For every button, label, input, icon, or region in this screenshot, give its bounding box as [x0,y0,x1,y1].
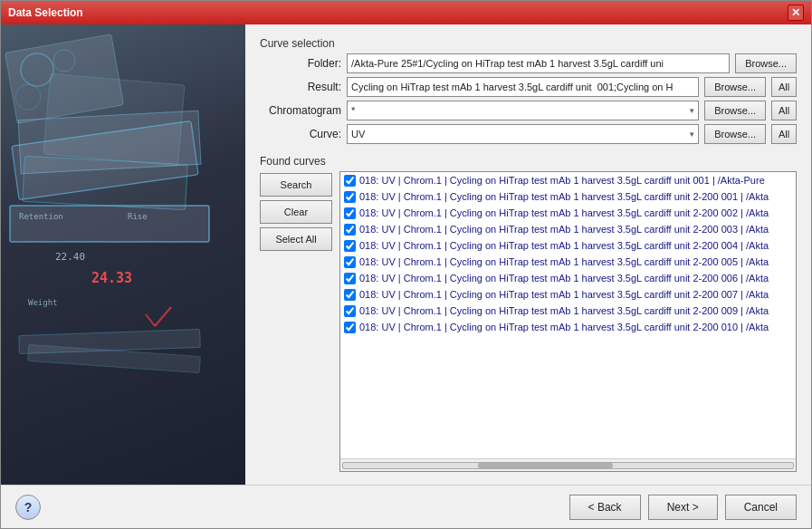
list-item[interactable]: 018: UV | Chrom.1 | Cycling on HiTrap te… [340,172,796,188]
dialog: Data Selection ✕ [0,0,812,529]
cancel-button[interactable]: Cancel [725,495,797,520]
dialog-footer: ? < Back Next > Cancel [1,485,811,528]
list-item[interactable]: 018: UV | Chrom.1 | Cycling on HiTrap te… [340,205,796,221]
found-curves-section: Found curves Search Clear Select All 018… [260,155,797,472]
curve-select[interactable]: UV [347,124,699,144]
svg-point-2 [15,84,41,110]
lab-svg: Retention Rise 22.40 24.33 Weight [1,24,245,378]
curve-item-text: 018: UV | Chrom.1 | Cycling on HiTrap te… [359,207,769,218]
svg-text:22.40: 22.40 [55,251,85,263]
curve-item-text: 018: UV | Chrom.1 | Cycling on HiTrap te… [359,322,769,332]
svg-line-11 [146,314,155,326]
help-button[interactable]: ? [15,495,41,520]
curve-selection-section: Curve selection Folder: Browse... Result… [260,37,797,148]
curves-list-container: 018: UV | Chrom.1 | Cycling on HiTrap te… [339,171,797,472]
curve-browse-button[interactable]: Browse... [704,124,766,144]
title-bar: Data Selection ✕ [1,1,811,24]
scrollbar-track [342,462,794,469]
folder-input-wrapper [347,53,730,73]
right-panel: Curve selection Folder: Browse... Result… [245,24,811,485]
result-input[interactable] [347,77,699,97]
chromatogram-select[interactable]: * [347,101,699,120]
back-button[interactable]: < Back [569,495,641,520]
curve-item-text: 018: UV | Chrom.1 | Cycling on HiTrap te… [359,273,769,284]
curve-checkbox[interactable] [344,240,356,252]
curves-list[interactable]: 018: UV | Chrom.1 | Cycling on HiTrap te… [340,172,796,458]
curve-select-wrapper: UV ▼ [347,124,699,144]
svg-text:Retention: Retention [19,212,63,221]
close-button[interactable]: ✕ [788,5,804,21]
select-all-button[interactable]: Select All [260,227,332,251]
dialog-body: Retention Rise 22.40 24.33 Weight [1,24,811,485]
found-curves-title: Found curves [260,155,797,168]
svg-text:24.33: 24.33 [91,270,132,286]
curve-item-text: 018: UV | Chrom.1 | Cycling on HiTrap te… [359,289,769,300]
curve-checkbox[interactable] [344,175,356,187]
svg-text:Rise: Rise [128,212,148,221]
svg-text:Weight: Weight [28,298,58,307]
curve-item-text: 018: UV | Chrom.1 | Cycling on HiTrap te… [359,224,769,235]
curve-item-text: 018: UV | Chrom.1 | Cycling on HiTrap te… [359,175,765,186]
result-browse-button[interactable]: Browse... [704,77,766,97]
lab-image: Retention Rise 22.40 24.33 Weight [1,24,245,485]
svg-rect-5 [10,206,209,242]
chromatogram-all-button[interactable]: All [771,101,797,120]
list-item[interactable]: 018: UV | Chrom.1 | Cycling on HiTrap te… [340,270,796,286]
footer-left: ? [15,495,41,520]
result-label: Result: [260,81,341,93]
svg-point-0 [21,53,53,86]
result-all-button[interactable]: All [771,77,797,97]
curves-action-buttons: Search Clear Select All [260,171,332,472]
curve-label: Curve: [260,128,341,140]
svg-point-1 [53,50,75,72]
list-item[interactable]: 018: UV | Chrom.1 | Cycling on HiTrap te… [340,254,796,270]
curve-item-text: 018: UV | Chrom.1 | Cycling on HiTrap te… [359,191,769,202]
svg-rect-4 [23,156,187,209]
found-curves-body: Search Clear Select All 018: UV | Chrom.… [260,171,797,472]
curve-item-text: 018: UV | Chrom.1 | Cycling on HiTrap te… [359,240,769,251]
curve-checkbox[interactable] [344,256,356,268]
left-panel-image: Retention Rise 22.40 24.33 Weight [1,24,245,485]
curve-item-text: 018: UV | Chrom.1 | Cycling on HiTrap te… [359,305,769,316]
curve-selection-title: Curve selection [260,37,797,50]
curve-row: Curve: UV ▼ Browse... All [260,124,797,144]
folder-browse-button[interactable]: Browse... [735,53,797,73]
folder-label: Folder: [260,57,341,70]
chromatogram-select-wrapper: * ▼ [347,101,699,120]
result-input-wrapper [347,77,699,97]
search-button[interactable]: Search [260,173,332,197]
curve-checkbox[interactable] [344,305,356,317]
curve-item-text: 018: UV | Chrom.1 | Cycling on HiTrap te… [359,256,769,267]
curve-checkbox[interactable] [344,191,356,203]
horizontal-scrollbar[interactable] [340,458,796,471]
list-item[interactable]: 018: UV | Chrom.1 | Cycling on HiTrap te… [340,319,796,335]
scrollbar-thumb [478,463,613,468]
footer-right: < Back Next > Cancel [569,495,797,520]
curve-checkbox[interactable] [344,289,356,301]
dialog-title: Data Selection [8,6,83,19]
folder-row: Folder: Browse... [260,53,797,73]
result-row: Result: Browse... All [260,77,797,97]
clear-button[interactable]: Clear [260,200,332,224]
chromatogram-label: Chromatogram [260,104,341,117]
next-button[interactable]: Next > [648,495,718,520]
svg-line-12 [155,307,171,326]
list-item[interactable]: 018: UV | Chrom.1 | Cycling on HiTrap te… [340,303,796,319]
folder-input[interactable] [347,53,730,73]
list-item[interactable]: 018: UV | Chrom.1 | Cycling on HiTrap te… [340,188,796,205]
chromatogram-row: Chromatogram * ▼ Browse... All [260,101,797,120]
list-item[interactable]: 018: UV | Chrom.1 | Cycling on HiTrap te… [340,286,796,303]
curve-checkbox[interactable] [344,273,356,284]
curve-checkbox[interactable] [344,207,356,219]
curve-all-button[interactable]: All [771,124,797,144]
curve-checkbox[interactable] [344,322,356,333]
chromatogram-browse-button[interactable]: Browse... [704,101,766,120]
list-item[interactable]: 018: UV | Chrom.1 | Cycling on HiTrap te… [340,237,796,254]
list-item[interactable]: 018: UV | Chrom.1 | Cycling on HiTrap te… [340,221,796,237]
curve-checkbox[interactable] [344,224,356,236]
